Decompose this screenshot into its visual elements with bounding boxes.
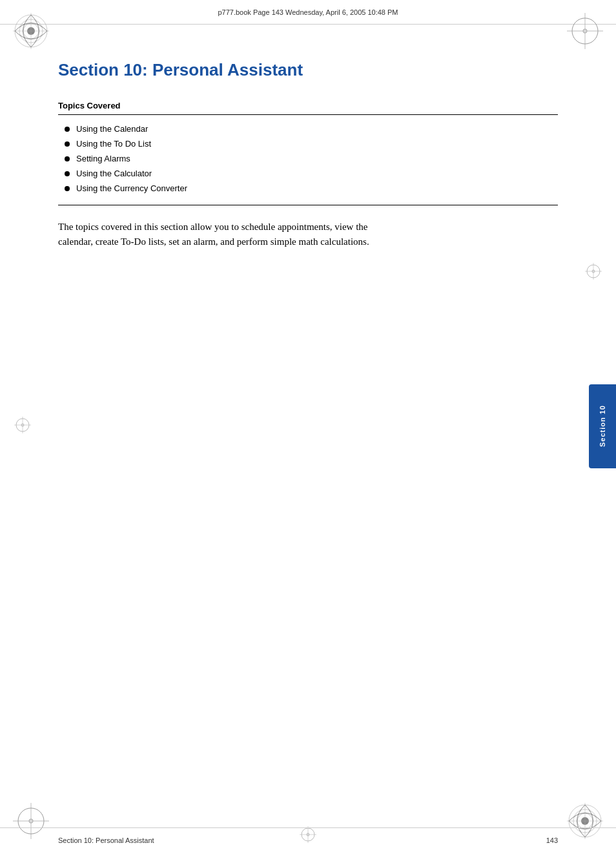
- topics-section: Topics Covered Using the Calendar Using …: [58, 101, 558, 205]
- topic-item-1: Using the Calendar: [76, 124, 148, 134]
- section-title: Section 10: Personal Assistant: [58, 60, 558, 80]
- bullet-icon: [65, 141, 70, 147]
- topics-divider-top: [58, 114, 558, 115]
- list-item: Using the Currency Converter: [65, 183, 558, 193]
- bullet-icon: [65, 156, 70, 161]
- list-item: Using the Calculator: [65, 169, 558, 178]
- corner-mark-tr: [566, 12, 604, 50]
- topic-item-3: Setting Alarms: [76, 154, 130, 163]
- bullet-icon: [65, 171, 70, 176]
- reg-mark-ml: [13, 415, 32, 437]
- list-item: Setting Alarms: [65, 154, 558, 163]
- list-item: Using the To Do List: [65, 139, 558, 149]
- bullet-icon: [65, 127, 70, 132]
- topic-item-4: Using the Calculator: [76, 169, 152, 178]
- topic-item-5: Using the Currency Converter: [76, 183, 187, 193]
- section-tab: Section 10: [589, 384, 616, 468]
- topics-divider-bottom: [58, 205, 558, 205]
- topics-heading: Topics Covered: [58, 101, 558, 110]
- body-paragraph: The topics covered in this section allow…: [58, 220, 394, 250]
- footer-left-text: Section 10: Personal Assistant: [58, 836, 154, 844]
- section-tab-label: Section 10: [599, 405, 606, 447]
- footer-bar: Section 10: Personal Assistant 143: [0, 827, 616, 852]
- list-item: Using the Calendar: [65, 124, 558, 134]
- corner-mark-tl: [12, 12, 50, 50]
- topic-item-2: Using the To Do List: [76, 139, 151, 149]
- footer-page-number: 143: [546, 836, 558, 844]
- main-content: Section 10: Personal Assistant Topics Co…: [58, 25, 558, 827]
- header-bar: p777.book Page 143 Wednesday, April 6, 2…: [0, 0, 616, 25]
- bullet-icon: [65, 186, 70, 191]
- header-text: p777.book Page 143 Wednesday, April 6, 2…: [218, 8, 398, 16]
- reg-mark-mr: [584, 262, 603, 284]
- topics-list: Using the Calendar Using the To Do List …: [65, 124, 558, 193]
